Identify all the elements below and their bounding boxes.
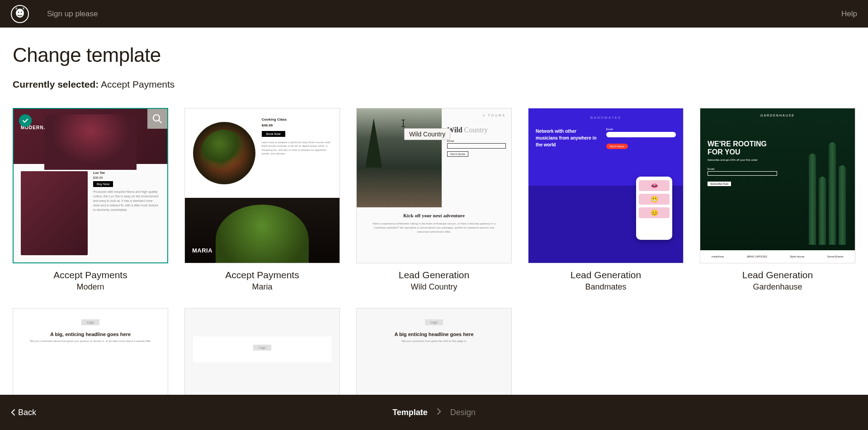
selected-check-icon [19,114,32,127]
selected-value: Accept Payments [101,79,175,89]
step-design[interactable]: Design [450,408,476,417]
template-name: Gardenhause [753,282,802,292]
header-title: Sign up please [47,9,98,19]
zoom-icon[interactable] [147,109,167,129]
svg-point-3 [21,11,22,13]
currently-selected: Currently selected: Accept Payments [13,79,855,90]
svg-point-2 [18,11,19,13]
template-name: Bandmates [585,282,626,292]
template-card-maria[interactable]: Cooking Class $49.99 Book Now Learn how … [184,108,340,292]
template-card-modern[interactable]: MODERN. Lux Tee $35.99 Buy Now Produced … [13,108,168,292]
template-thumb: GARDENHAUSE WE'RE ROOTING FOR YOU Subscr… [700,108,855,263]
template-card-wild-country[interactable]: Wild Country ≡ TOURS Wild Country Email … [356,108,512,292]
template-thumb: MODERN. Lux Tee $35.99 Buy Now Produced … [13,108,168,263]
text-cursor-icon [401,119,406,130]
template-thumb: BANDMATES Network with other musicians f… [528,108,684,263]
mailchimp-logo[interactable] [11,5,29,23]
help-link[interactable]: Help [841,9,857,19]
main-content: Change template Currently selected: Acce… [0,28,868,430]
top-header: Sign up please Help [0,0,868,28]
template-name: Maria [252,282,272,292]
hover-tooltip: Wild Country [404,128,450,140]
template-category: Accept Payments [225,270,299,280]
template-grid: MODERN. Lux Tee $35.99 Buy Now Produced … [13,108,855,430]
page-title: Change template [13,44,855,66]
template-thumb: Cooking Class $49.99 Book Now Learn how … [184,108,340,263]
chevron-right-icon [437,408,441,417]
chevron-left-icon [11,409,15,416]
template-name: Modern [76,282,104,292]
template-category: Accept Payments [53,270,127,280]
bottom-footer: Back Template Design [0,395,868,430]
selected-label: Currently selected: [13,79,99,89]
template-card-bandmates[interactable]: BANDMATES Network with other musicians f… [528,108,684,292]
template-thumb: Wild Country ≡ TOURS Wild Country Email … [356,108,512,263]
template-category: Lead Generation [399,270,469,280]
template-name: Wild Country [410,282,457,292]
step-indicator: Template Design [392,408,476,417]
template-category: Lead Generation [742,270,813,280]
template-card-gardenhause[interactable]: GARDENHAUSE WE'RE ROOTING FOR YOU Subscr… [700,108,855,292]
back-button[interactable]: Back [11,408,36,417]
svg-point-1 [16,9,24,18]
step-template[interactable]: Template [392,408,428,417]
svg-line-5 [159,120,161,123]
template-category: Lead Generation [571,270,641,280]
